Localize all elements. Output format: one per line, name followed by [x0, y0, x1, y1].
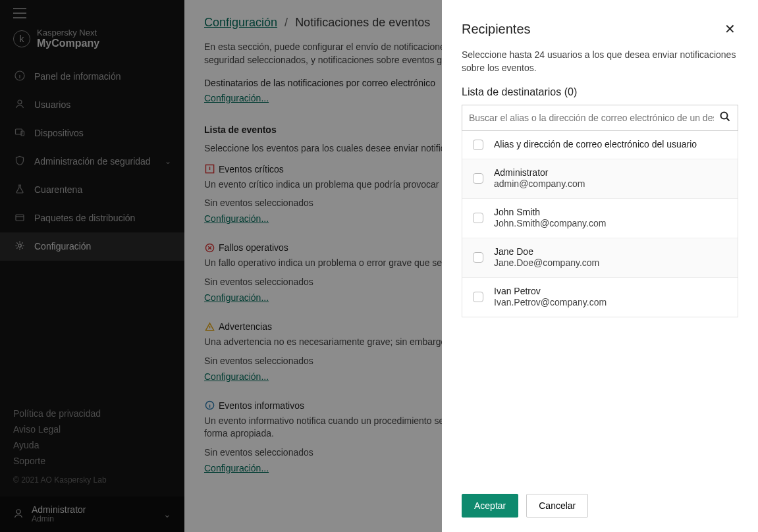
table-header-row: Alias y dirección de correo electrónico …: [462, 131, 738, 159]
search-input[interactable]: [469, 113, 714, 123]
row-email: John.Smith@company.com: [494, 218, 606, 230]
row-name: Jane Doe: [494, 246, 599, 258]
panel-title: Recipientes: [462, 22, 531, 37]
row-name: John Smith: [494, 207, 606, 219]
table-row[interactable]: Jane Doe Jane.Doe@company.com: [462, 238, 738, 278]
search-input-wrap: [462, 105, 738, 131]
row-name: Administrator: [494, 167, 585, 179]
svg-point-10: [721, 113, 728, 119]
search-icon[interactable]: [719, 111, 731, 125]
select-all-checkbox[interactable]: [473, 140, 483, 150]
table-row[interactable]: John Smith John.Smith@company.com: [462, 199, 738, 238]
panel-description: Seleccione hasta 24 usuarios a los que d…: [462, 49, 738, 74]
row-checkbox[interactable]: [473, 213, 483, 223]
row-email: Ivan.Petrov@company.com: [494, 297, 607, 309]
table-header-label: Alias y dirección de correo electrónico …: [494, 139, 697, 151]
recipients-list-heading: Lista de destinatarios (0): [462, 86, 738, 98]
row-checkbox[interactable]: [473, 173, 483, 184]
recipients-table: Alias y dirección de correo electrónico …: [462, 131, 738, 317]
cancel-button[interactable]: Cancelar: [526, 494, 588, 518]
row-checkbox[interactable]: [473, 292, 483, 302]
table-row[interactable]: Ivan Petrov Ivan.Petrov@company.com: [462, 278, 738, 317]
row-name: Ivan Petrov: [494, 286, 607, 298]
recipients-panel: Recipientes ✕ Seleccione hasta 24 usuari…: [442, 0, 758, 532]
row-email: Jane.Doe@company.com: [494, 257, 599, 269]
row-checkbox[interactable]: [473, 252, 483, 263]
table-row[interactable]: Administrator admin@company.com: [462, 159, 738, 199]
row-email: admin@company.com: [494, 178, 585, 190]
close-icon[interactable]: ✕: [722, 18, 738, 40]
accept-button[interactable]: Aceptar: [462, 494, 518, 518]
